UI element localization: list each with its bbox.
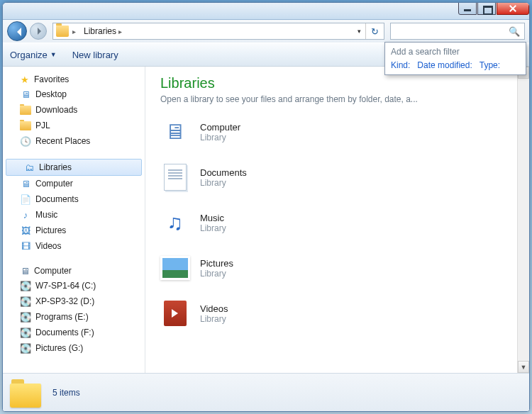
- sidebar-item-label: Downloads: [35, 105, 77, 115]
- organize-label: Organize: [10, 50, 48, 60]
- vertical-scrollbar[interactable]: ▲ ▼: [517, 67, 529, 373]
- libraries-icon: 🗂: [23, 162, 35, 173]
- library-item-videos[interactable]: Videos Library: [160, 298, 516, 328]
- page-title: Libraries: [160, 75, 516, 91]
- refresh-button[interactable]: ↻: [365, 23, 384, 39]
- sidebar-item-videos[interactable]: 🎞Videos: [3, 238, 145, 254]
- computer-icon: 🖥: [19, 265, 31, 276]
- sidebar-item-pictures[interactable]: 🖼Pictures: [3, 223, 145, 238]
- search-filter-dropdown: Add a search filter Kind: Date modified:…: [384, 42, 526, 75]
- titlebar[interactable]: [3, 3, 529, 20]
- drive-icon: 💽: [20, 342, 31, 354]
- navigation-bar: ▸ Libraries ▸ ▾ ↻ 🔍: [3, 20, 529, 43]
- sidebar-item-documents[interactable]: 📄Documents: [3, 191, 145, 207]
- library-type: Library: [200, 223, 226, 233]
- sidebar-item-drive-e[interactable]: 💽Programs (E:): [3, 309, 145, 325]
- sidebar-item-pjl[interactable]: PJL: [3, 118, 145, 133]
- favorites-label: Favorites: [34, 74, 69, 84]
- back-button[interactable]: [7, 21, 27, 41]
- sidebar-item-label: Videos: [35, 241, 61, 251]
- drive-icon: 💽: [20, 327, 31, 338]
- recent-icon: 🕓: [20, 135, 31, 147]
- content-area: ★ Favorites 🖥Desktop Downloads PJL 🕓Rece…: [3, 67, 529, 373]
- sidebar-item-drive-d[interactable]: 💽XP-SP3-32 (D:): [3, 293, 145, 309]
- search-filter-heading: Add a search filter: [391, 47, 520, 57]
- library-item-pictures[interactable]: Pictures Library: [160, 253, 516, 283]
- sidebar-item-recent[interactable]: 🕓Recent Places: [3, 133, 145, 149]
- library-name: Music: [200, 213, 226, 223]
- computer-label: Computer: [34, 266, 72, 276]
- new-library-label: New library: [72, 50, 118, 60]
- sidebar-item-label: Pictures: [35, 225, 66, 235]
- sidebar-item-label: Music: [35, 210, 57, 220]
- star-icon: ★: [19, 74, 31, 85]
- sidebar-item-label: XP-SP3-32 (D:): [35, 296, 94, 306]
- computer-header[interactable]: 🖥 Computer: [3, 264, 145, 278]
- search-icon: 🔍: [509, 26, 520, 37]
- library-item-music[interactable]: ♫ Music Library: [160, 208, 516, 237]
- sidebar-item-drive-f[interactable]: 💽Documents (F:): [3, 325, 145, 340]
- library-name: Videos: [200, 303, 228, 314]
- documents-icon: 📄: [20, 194, 31, 205]
- navigation-pane[interactable]: ★ Favorites 🖥Desktop Downloads PJL 🕓Rece…: [3, 67, 145, 373]
- chevron-right-icon: ▸: [116, 28, 124, 35]
- library-type: Library: [200, 133, 240, 142]
- chevron-down-icon: ▼: [50, 51, 57, 58]
- search-filter-type[interactable]: Type:: [480, 60, 500, 70]
- scroll-down-button[interactable]: ▼: [518, 361, 529, 373]
- pictures-icon: 🖼: [20, 225, 31, 236]
- new-library-button[interactable]: New library: [72, 50, 118, 60]
- sidebar-item-computer-lib[interactable]: 🖥Computer: [3, 176, 145, 191]
- drive-icon: 💽: [20, 311, 31, 323]
- computer-icon: 🖥: [160, 117, 190, 147]
- music-icon: ♫: [160, 208, 190, 237]
- drive-icon: 💽: [20, 280, 31, 291]
- address-segment-libraries[interactable]: Libraries ▸: [81, 23, 127, 39]
- explorer-window: ▸ Libraries ▸ ▾ ↻ 🔍 Organize ▼ New libra…: [2, 2, 530, 412]
- sidebar-item-label: Documents: [35, 194, 79, 204]
- search-filter-date[interactable]: Date modified:: [417, 60, 472, 70]
- sidebar-item-label: W7-SP1-64 (C:): [35, 281, 96, 291]
- sidebar-item-label: Programs (E:): [35, 312, 89, 322]
- sidebar-item-downloads[interactable]: Downloads: [3, 102, 145, 118]
- address-root-icon[interactable]: ▸: [53, 23, 81, 39]
- details-pane: 5 items: [3, 373, 529, 411]
- window-controls: [458, 2, 529, 15]
- sidebar-item-desktop[interactable]: 🖥Desktop: [3, 86, 145, 102]
- favorites-header[interactable]: ★ Favorites: [3, 72, 145, 86]
- folder-icon: [20, 120, 31, 131]
- forward-button[interactable]: [30, 23, 47, 40]
- address-dropdown-button[interactable]: ▾: [353, 23, 365, 39]
- sidebar-item-drive-c[interactable]: 💽W7-SP1-64 (C:): [3, 278, 145, 293]
- library-item-computer[interactable]: 🖥 Computer Library: [160, 117, 516, 147]
- libraries-label: Libraries: [39, 162, 72, 172]
- library-item-documents[interactable]: Documents Library: [160, 162, 516, 192]
- page-subtitle: Open a library to see your files and arr…: [160, 94, 516, 104]
- minimize-button[interactable]: [458, 2, 477, 15]
- library-type: Library: [200, 178, 247, 188]
- search-filter-kind[interactable]: Kind:: [391, 60, 410, 70]
- drive-icon: 💽: [20, 296, 31, 307]
- computer-icon: 🖥: [20, 178, 31, 189]
- library-type: Library: [200, 314, 228, 324]
- pictures-icon: [160, 253, 190, 283]
- main-content[interactable]: Libraries Open a library to see your fil…: [148, 67, 529, 373]
- documents-icon: [160, 162, 190, 192]
- libraries-header[interactable]: 🗂 Libraries: [6, 159, 142, 176]
- search-input[interactable]: 🔍: [390, 23, 525, 40]
- close-button[interactable]: [497, 2, 529, 15]
- sidebar-item-label: PJL: [35, 121, 50, 130]
- address-segment-label: Libraries: [84, 26, 116, 36]
- videos-icon: 🎞: [20, 240, 31, 252]
- folder-icon: [56, 26, 69, 37]
- sidebar-item-drive-g[interactable]: 💽Pictures (G:): [3, 340, 145, 356]
- sidebar-item-label: Pictures (G:): [35, 343, 83, 353]
- sidebar-item-label: Desktop: [35, 89, 67, 99]
- maximize-button[interactable]: [477, 2, 496, 15]
- libraries-large-icon: [10, 378, 43, 408]
- organize-menu[interactable]: Organize ▼: [10, 50, 57, 60]
- address-bar[interactable]: ▸ Libraries ▸ ▾ ↻: [52, 23, 384, 40]
- library-type: Library: [200, 269, 233, 279]
- sidebar-item-music[interactable]: ♪Music: [3, 207, 145, 223]
- library-name: Documents: [200, 167, 247, 178]
